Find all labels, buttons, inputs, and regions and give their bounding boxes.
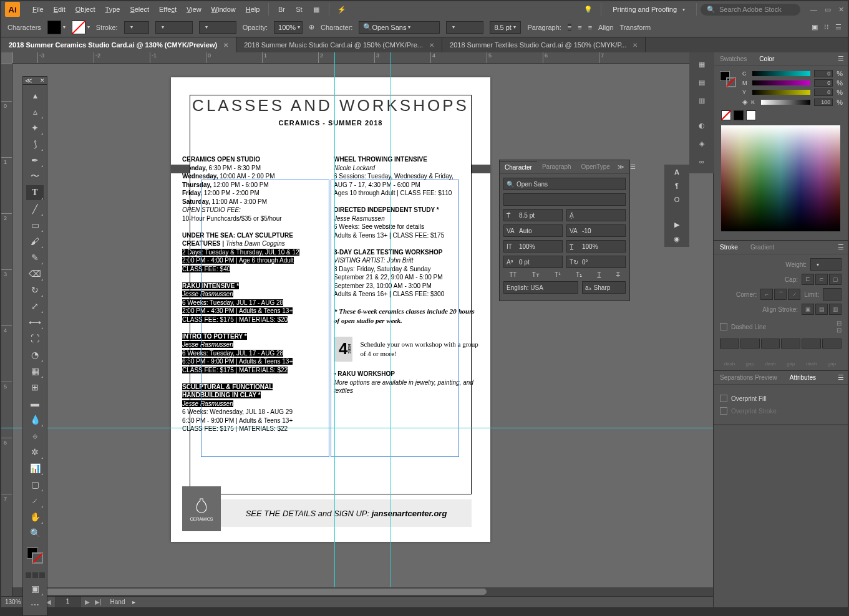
cap-round-icon[interactable]: ⊂ bbox=[815, 274, 828, 285]
cyan-slider[interactable] bbox=[752, 71, 810, 76]
opacity-input[interactable]: 100% bbox=[274, 21, 303, 34]
underline-icon[interactable]: T bbox=[597, 271, 601, 278]
menu-icon[interactable]: ☰ bbox=[835, 23, 842, 31]
appearance-icon[interactable]: ◐ bbox=[693, 117, 711, 133]
minimize-icon[interactable]: — bbox=[810, 6, 817, 14]
stock-icon[interactable]: St bbox=[291, 2, 306, 17]
yellow-slider[interactable] bbox=[752, 90, 810, 95]
selection-tool[interactable]: ▴ bbox=[26, 88, 44, 103]
font-size-field[interactable]: T̂ bbox=[503, 209, 563, 221]
align-outside-icon[interactable]: ▥ bbox=[829, 304, 842, 315]
gradient-tab[interactable]: Gradient bbox=[744, 241, 780, 253]
shape-builder-tool[interactable]: ◔ bbox=[26, 347, 44, 362]
overprint-fill-checkbox[interactable] bbox=[720, 395, 727, 402]
artboard-tool[interactable]: ▢ bbox=[26, 477, 44, 492]
font-style-input[interactable] bbox=[446, 21, 483, 34]
white-swatch[interactable] bbox=[746, 110, 756, 120]
maximize-icon[interactable]: ▭ bbox=[825, 6, 831, 14]
rotate-tool[interactable]: ↻ bbox=[26, 282, 44, 297]
last-artboard-icon[interactable]: ▶| bbox=[94, 599, 103, 605]
swatches-tab[interactable]: Swatches bbox=[714, 53, 753, 65]
doc-tab-2[interactable]: 2018 Summer Music Studio Card.ai @ 150% … bbox=[236, 37, 442, 52]
menu-edit[interactable]: Edit bbox=[49, 2, 70, 16]
options-icon[interactable]: ⁝⁝ bbox=[824, 23, 829, 31]
free-transform-tool[interactable]: ⛶ bbox=[26, 331, 44, 346]
edit-toolbar[interactable]: ⋯ bbox=[26, 597, 44, 612]
properties-icon[interactable]: ▦ bbox=[693, 56, 711, 72]
menu-select[interactable]: Select bbox=[125, 2, 154, 16]
language-field[interactable]: English: USA bbox=[503, 281, 578, 294]
black-slider[interactable] bbox=[761, 100, 810, 105]
char-icon[interactable]: A bbox=[674, 168, 679, 176]
close-tab-icon[interactable]: ✕ bbox=[633, 42, 638, 49]
close-tab-icon[interactable]: ✕ bbox=[429, 42, 434, 49]
cap-butt-icon[interactable]: ⊏ bbox=[802, 274, 814, 285]
opentype-icon[interactable]: O bbox=[674, 196, 680, 203]
line-tool[interactable]: ╱ bbox=[26, 201, 44, 216]
menu-file[interactable]: File bbox=[27, 2, 49, 16]
font-style-field[interactable] bbox=[503, 193, 626, 206]
menu-view[interactable]: View bbox=[182, 2, 206, 16]
type-tool[interactable]: T bbox=[26, 185, 44, 200]
menu-effect[interactable]: Effect bbox=[154, 2, 182, 16]
separations-tab[interactable]: Separations Preview bbox=[714, 372, 784, 383]
doc-tab-1[interactable]: 2018 Summer Ceramics Studio Card.ai @ 13… bbox=[1, 37, 236, 52]
menu-help[interactable]: Help bbox=[241, 2, 265, 16]
lasso-tool[interactable]: ⟆ bbox=[26, 137, 44, 152]
panel-menu-icon[interactable]: ☰ bbox=[834, 55, 848, 63]
miter-limit[interactable] bbox=[823, 288, 842, 301]
symbol-sprayer-tool[interactable]: ✲ bbox=[26, 445, 44, 460]
allcaps-icon[interactable]: TT bbox=[509, 271, 517, 278]
play-icon[interactable]: ▶ bbox=[674, 221, 679, 229]
align-inside-icon[interactable]: ▤ bbox=[815, 304, 828, 315]
stroke-swatch[interactable] bbox=[72, 21, 90, 34]
stroke-weight[interactable] bbox=[810, 258, 842, 271]
strikethrough-icon[interactable]: T bbox=[616, 271, 620, 278]
char-panel-tab[interactable]: Character bbox=[500, 161, 537, 173]
next-artboard-icon[interactable]: ▶ bbox=[83, 599, 92, 605]
magenta-slider[interactable] bbox=[752, 80, 810, 85]
workspace-switcher[interactable]: Printing and Proofing bbox=[605, 3, 692, 16]
help-bulb-icon[interactable]: 💡 bbox=[581, 2, 596, 17]
zoom-tool[interactable]: 🔍 bbox=[26, 526, 44, 541]
attributes-tab[interactable]: Attributes bbox=[784, 372, 822, 383]
shaper-tool[interactable]: ✎ bbox=[26, 250, 44, 265]
align-center-icon[interactable]: ≡ bbox=[578, 24, 581, 31]
menu-object[interactable]: Object bbox=[70, 2, 100, 16]
align-right-icon[interactable]: ≡ bbox=[588, 24, 592, 31]
width-tool[interactable]: ⟷ bbox=[26, 315, 44, 330]
canvas[interactable]: -3-2-101234567 01234567 CLASSES AND WORK… bbox=[1, 52, 713, 607]
align-center-icon[interactable]: ▣ bbox=[802, 304, 814, 315]
artboard[interactable]: CLASSES AND WORKSHOPS CERAMICS - SUMMER … bbox=[171, 77, 490, 542]
color-tab[interactable]: Color bbox=[753, 53, 780, 65]
artboard-number[interactable]: 1 bbox=[56, 596, 80, 608]
align-left-icon[interactable]: ≡ bbox=[568, 24, 571, 31]
graph-tool[interactable]: 📊 bbox=[26, 461, 44, 476]
perspective-tool[interactable]: ▦ bbox=[26, 363, 44, 378]
panel-menu-icon[interactable]: ☰ bbox=[834, 373, 848, 382]
baseline-field[interactable]: Aª bbox=[503, 256, 563, 268]
direct-selection-tool[interactable]: ▵ bbox=[26, 104, 44, 119]
stroke-tab[interactable]: Stroke bbox=[714, 241, 744, 253]
menu-type[interactable]: Type bbox=[100, 2, 125, 16]
corner-round-icon[interactable]: ⌒ bbox=[774, 289, 787, 300]
panel-menu-icon[interactable]: ☰ bbox=[626, 163, 639, 170]
rotation-field[interactable]: T↻ bbox=[566, 256, 626, 268]
profile-input[interactable] bbox=[199, 21, 236, 34]
dashed-checkbox[interactable] bbox=[720, 323, 727, 330]
leading-field[interactable]: Ậ bbox=[566, 209, 626, 221]
scale-tool[interactable]: ⤢ bbox=[26, 299, 44, 314]
dash-preserve-icon[interactable]: ⊟ bbox=[837, 320, 842, 327]
none-swatch[interactable] bbox=[721, 110, 731, 120]
bridge-icon[interactable]: Br bbox=[274, 2, 289, 17]
curvature-tool[interactable]: 〜 bbox=[26, 169, 44, 184]
color-spectrum[interactable] bbox=[721, 125, 840, 231]
font-family-field[interactable]: 🔍Open Sans bbox=[503, 178, 626, 190]
gradient-tool[interactable]: ▬ bbox=[26, 396, 44, 411]
rectangle-tool[interactable]: ▭ bbox=[26, 218, 44, 233]
gpu-icon[interactable]: ⚡ bbox=[334, 2, 349, 17]
close-tab-icon[interactable]: ✕ bbox=[223, 42, 228, 49]
brushes-icon[interactable]: ▥ bbox=[693, 92, 711, 108]
slice-tool[interactable]: ⟋ bbox=[26, 493, 44, 508]
vscale-field[interactable]: IT bbox=[503, 240, 563, 253]
